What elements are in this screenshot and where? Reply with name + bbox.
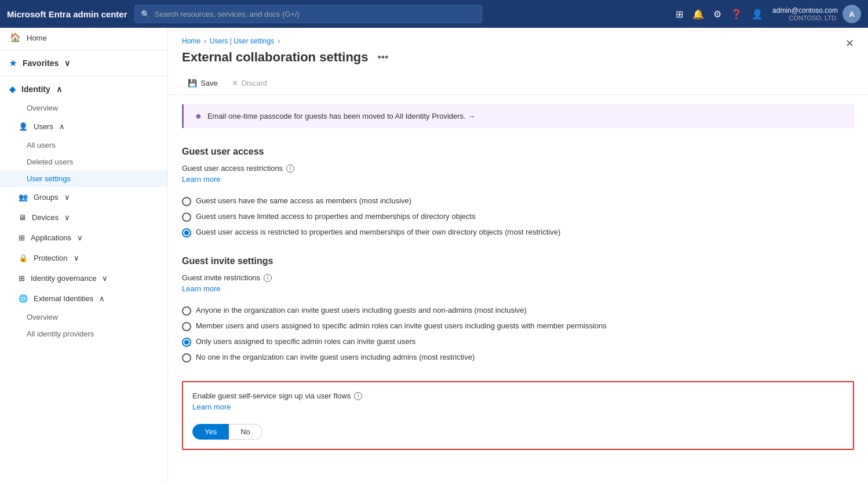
applications-label: Applications	[31, 233, 71, 242]
top-navigation: Microsoft Entra admin center 🔍 Search re…	[0, 0, 868, 28]
notice-bar: ● Email one-time passcode for guests has…	[182, 104, 854, 128]
toggle-no-button[interactable]: No	[229, 424, 262, 440]
sidebar-external-identities[interactable]: 🌐 External Identities ∧	[0, 288, 167, 309]
sidebar: 🏠 Home ★ Favorites ∨ ◆ Identity ∧ Overvi…	[0, 28, 168, 483]
content-pane: ✕ Home › Users | User settings › Externa…	[168, 28, 868, 483]
radio-invite-btn-3[interactable]	[182, 353, 191, 363]
radio-btn-1[interactable]	[182, 213, 191, 222]
radio-invite-0[interactable]: Anyone in the organization can invite gu…	[182, 306, 854, 316]
radio-guest-access-1[interactable]: Guest users have limited access to prope…	[182, 212, 854, 222]
sidebar-item-overview[interactable]: Overview	[0, 100, 167, 116]
user-org: CONTOSO, LTD.	[772, 14, 838, 21]
ellipsis-button[interactable]: •••	[374, 50, 392, 65]
radio-invite-label-3: No one in the organization can invite gu…	[196, 353, 475, 361]
radio-btn-2[interactable]	[182, 228, 191, 237]
star-icon: ★	[9, 58, 17, 68]
chevron-applications-icon: ∨	[77, 233, 83, 242]
sidebar-identity[interactable]: ◆ Identity ∧	[0, 79, 167, 100]
governance-icon: ⊞	[19, 274, 25, 283]
external-icon: 🌐	[19, 294, 28, 303]
main-layout: 🏠 Home ★ Favorites ∨ ◆ Identity ∧ Overvi…	[0, 28, 868, 483]
self-service-info-icon[interactable]: i	[354, 392, 362, 400]
radio-invite-btn-1[interactable]	[182, 322, 191, 331]
guest-invite-title: Guest invite settings	[182, 256, 854, 266]
save-label: Save	[200, 79, 218, 87]
guest-invite-learn-more[interactable]: Learn more	[182, 284, 220, 293]
user-email: admin@contoso.com	[772, 6, 838, 14]
breadcrumb-parent[interactable]: Users | User settings	[210, 37, 274, 45]
radio-invite-2[interactable]: Only users assigned to specific admin ro…	[182, 337, 854, 347]
all-identity-providers-label: All identity providers	[27, 330, 94, 338]
top-nav-icons: ⊞ 🔔 ⚙ ❓ 👤 admin@contoso.com CONTOSO, LTD…	[676, 5, 861, 23]
radio-invite-btn-0[interactable]	[182, 306, 191, 316]
search-icon: 🔍	[141, 10, 150, 19]
breadcrumb-home[interactable]: Home	[182, 37, 200, 45]
devices-icon: 🖥	[19, 213, 26, 222]
chevron-external-icon: ∧	[99, 294, 105, 303]
sidebar-applications[interactable]: ⊞ Applications ∨	[0, 228, 167, 248]
avatar[interactable]: A	[843, 5, 861, 23]
sidebar-item-deleted-users[interactable]: Deleted users	[0, 153, 167, 170]
guest-access-field-label: Guest user access restrictions i	[182, 164, 854, 173]
radio-invite-3[interactable]: No one in the organization can invite gu…	[182, 353, 854, 363]
sidebar-item-user-settings[interactable]: User settings	[0, 170, 167, 187]
sidebar-users[interactable]: 👤 Users ∧	[0, 116, 167, 137]
save-icon: 💾	[188, 79, 197, 87]
self-service-label: Enable guest self-service sign up via us…	[192, 391, 844, 400]
radio-invite-1[interactable]: Member users and users assigned to speci…	[182, 321, 854, 331]
guest-invite-radio-group: Anyone in the organization can invite gu…	[182, 306, 854, 363]
feedback-icon[interactable]: 👤	[752, 9, 763, 20]
discard-button[interactable]: ✕ Discard	[226, 76, 273, 90]
search-bar[interactable]: 🔍 Search resources, services, and docs (…	[134, 5, 482, 23]
chevron-governance-icon: ∨	[102, 274, 108, 283]
radio-invite-btn-2[interactable]	[182, 338, 191, 347]
sidebar-identity-governance[interactable]: ⊞ Identity governance ∨	[0, 268, 167, 288]
radio-guest-access-0[interactable]: Guest users have the same access as memb…	[182, 196, 854, 206]
toggle-yes-button[interactable]: Yes	[192, 424, 229, 440]
radio-label-1: Guest users have limited access to prope…	[196, 212, 476, 221]
chevron-groups-icon: ∨	[64, 193, 70, 202]
radio-guest-access-2[interactable]: Guest user access is restricted to prope…	[182, 228, 854, 237]
radio-btn-0[interactable]	[182, 197, 191, 206]
help-icon[interactable]: ❓	[731, 9, 742, 20]
all-users-label: All users	[27, 141, 56, 149]
protection-icon: 🔒	[19, 254, 28, 262]
devices-label: Devices	[32, 213, 59, 222]
radio-label-2: Guest user access is restricted to prope…	[196, 228, 560, 236]
sidebar-home-label: Home	[27, 34, 47, 42]
bell-icon[interactable]: 🔔	[692, 9, 704, 20]
self-service-learn-more[interactable]: Learn more	[192, 402, 231, 411]
breadcrumb: Home › Users | User settings ›	[168, 28, 868, 50]
chevron-down-icon: ∨	[64, 58, 70, 68]
save-button[interactable]: 💾 Save	[182, 76, 224, 90]
user-info[interactable]: admin@contoso.com CONTOSO, LTD. A	[772, 5, 861, 23]
close-button[interactable]: ✕	[845, 37, 854, 50]
user-settings-label: User settings	[27, 174, 71, 183]
sidebar-favorites[interactable]: ★ Favorites ∨	[0, 53, 167, 74]
identity-governance-label: Identity governance	[31, 274, 96, 283]
content-area: ✕ Home › Users | User settings › Externa…	[168, 28, 868, 483]
groups-label: Groups	[34, 193, 59, 202]
diamond-icon: ◆	[9, 85, 16, 94]
guest-invite-info-icon[interactable]: i	[264, 274, 272, 282]
portal-icon[interactable]: ⊞	[676, 9, 683, 20]
protection-label: Protection	[34, 254, 68, 262]
home-icon: 🏠	[9, 32, 21, 43]
sidebar-item-all-identity-providers[interactable]: All identity providers	[0, 325, 167, 342]
sidebar-devices[interactable]: 🖥 Devices ∨	[0, 207, 167, 228]
overview-label: Overview	[27, 104, 58, 112]
deleted-users-label: Deleted users	[27, 158, 73, 166]
divider-1	[0, 50, 167, 50]
self-service-box: Enable guest self-service sign up via us…	[182, 381, 854, 450]
guest-access-info-icon[interactable]: i	[286, 164, 294, 173]
gear-icon[interactable]: ⚙	[713, 9, 721, 20]
sidebar-groups[interactable]: 👥 Groups ∨	[0, 187, 167, 207]
sidebar-item-ext-overview[interactable]: Overview	[0, 309, 167, 325]
guest-access-learn-more[interactable]: Learn more	[182, 175, 220, 184]
sidebar-protection[interactable]: 🔒 Protection ∨	[0, 248, 167, 268]
guest-invite-field-label: Guest invite restrictions i	[182, 273, 854, 282]
sidebar-item-home[interactable]: 🏠 Home	[0, 28, 167, 47]
guest-user-access-section: Guest user access Guest user access rest…	[168, 137, 868, 247]
applications-icon: ⊞	[19, 233, 25, 242]
sidebar-item-all-users[interactable]: All users	[0, 137, 167, 153]
